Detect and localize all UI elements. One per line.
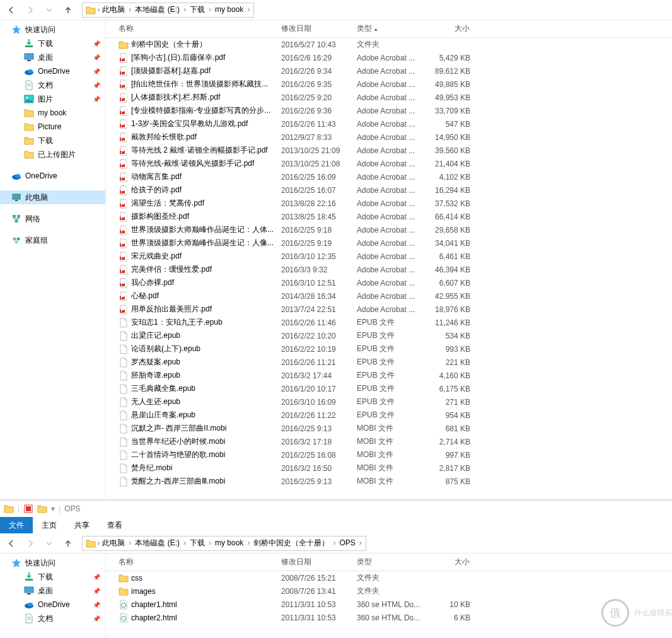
sidebar-item[interactable]: 此电脑: [0, 190, 105, 204]
sidebar-item[interactable]: OneDrive: [0, 169, 105, 183]
file-row[interactable]: 摄影构图圣经.pdf 2013/8/25 18:45 Adobe Acrobat…: [106, 210, 672, 223]
file-row[interactable]: 完美伴侣：缓慢性爱.pdf 2016/3/3 9:32 Adobe Acroba…: [106, 263, 672, 276]
breadcrumb-item[interactable]: OPS: [337, 538, 357, 547]
file-row[interactable]: 焚舟纪.mobi 2016/3/2 16:50 MOBI 文件 2,817 KB: [106, 461, 672, 475]
file-row[interactable]: 沉默之声- 西岸三部曲II.mobi 2016/2/25 9:13 MOBI 文…: [106, 422, 672, 435]
ribbon-tab[interactable]: 文件: [0, 517, 33, 533]
properties-icon[interactable]: [23, 504, 33, 514]
file-row[interactable]: 用单反拍出最美照片.pdf 2013/7/24 22:51 Adobe Acro…: [106, 303, 672, 316]
file-date: 2016/3/2 17:18: [276, 438, 352, 446]
file-row[interactable]: 世界顶级摄影大师巅峰作品诞生记：人像... 2016/2/25 9:19 Ado…: [106, 236, 672, 250]
nav-recent[interactable]: [40, 3, 58, 18]
sidebar-item[interactable]: 桌面 📌: [0, 584, 105, 598]
file-row[interactable]: 世界顶级摄影大师巅峰作品诞生记：人体... 2016/2/25 9:18 Ado…: [106, 223, 672, 236]
new-folder-icon[interactable]: [37, 504, 47, 514]
sidebar-item[interactable]: OneDrive 📌: [0, 64, 105, 78]
file-date: 2016/3/10 12:51: [276, 279, 352, 287]
file-row[interactable]: 三毛典藏全集.epub 2016/1/20 10:17 EPUB 文件 6,17…: [106, 382, 672, 395]
col-name[interactable]: 名称: [113, 20, 276, 37]
sidebar-item[interactable]: 家庭组: [0, 233, 105, 247]
file-row[interactable]: [人体摄影技术].栏.邦斯.pdf 2016/2/25 9:20 Adobe A…: [106, 91, 672, 104]
breadcrumb-item[interactable]: 剑桥中国史（全十册）: [251, 538, 332, 547]
nav-back[interactable]: [3, 536, 20, 551]
address-bar[interactable]: › 此电脑›本地磁盘 (E:)›下载›my book›: [82, 3, 254, 18]
col-type[interactable]: 类型: [352, 554, 427, 571]
address-bar[interactable]: › 此电脑›本地磁盘 (E:)›下载›my book›剑桥中国史（全十册）›OP…: [82, 536, 366, 551]
sidebar-item[interactable]: 下载: [0, 134, 105, 148]
sidebar-item[interactable]: 已上传图片: [0, 148, 105, 161]
col-date[interactable]: 修改日期: [276, 20, 352, 37]
sidebar-item[interactable]: my book: [0, 106, 105, 120]
file-row[interactable]: 觉醒之力-西岸三部曲Ⅲ.mobi 2016/2/25 9:13 MOBI 文件 …: [106, 475, 672, 488]
file-row[interactable]: 胚胎奇谭.epub 2016/3/2 17:44 EPUB 文件 4,160 K…: [106, 369, 672, 382]
chevron-right-icon[interactable]: ›: [207, 538, 212, 547]
file-row[interactable]: 当世界年纪还小的时候.mobi 2016/3/2 17:18 MOBI 文件 2…: [106, 435, 672, 448]
sidebar-item[interactable]: 下载 📌: [0, 37, 105, 50]
file-row[interactable]: 宋元戏曲史.pdf 2016/3/10 12:35 Adobe Acrobat …: [106, 250, 672, 263]
sidebar-item[interactable]: 网络: [0, 212, 105, 226]
file-row[interactable]: 悬崖山庄奇案.epub 2016/2/26 11:22 EPUB 文件 954 …: [106, 409, 672, 422]
file-row[interactable]: 出梁庄记.epub 2016/2/22 10:20 EPUB 文件 534 KB: [106, 329, 672, 342]
file-row[interactable]: [顶级摄影器材].赵嘉.pdf 2016/2/26 9:34 Adobe Acr…: [106, 64, 672, 78]
col-size[interactable]: 大小: [427, 554, 477, 571]
ribbon-tab[interactable]: 主页: [33, 517, 66, 533]
file-row[interactable]: 给孩子的诗.pdf 2016/2/25 16:07 Adobe Acrobat …: [106, 183, 672, 197]
breadcrumb-item[interactable]: 本地磁盘 (E:): [132, 538, 182, 547]
sidebar-item[interactable]: OneDrive 📌: [0, 598, 105, 612]
col-size[interactable]: 大小: [427, 20, 477, 37]
file-row[interactable]: 戴敦邦绘长恨歌.pdf 2012/9/27 8:33 Adobe Acrobat…: [106, 130, 672, 144]
sidebar-item[interactable]: 桌面 📌: [0, 50, 105, 64]
col-type[interactable]: 类型▴: [352, 20, 427, 37]
chevron-right-icon[interactable]: ›: [182, 5, 187, 14]
file-row[interactable]: 1-3岁-美国金宝贝早教幼儿游戏.pdf 2016/2/26 11:43 Ado…: [106, 117, 672, 130]
file-row[interactable]: 罗杰疑案.epub 2016/2/26 11:21 EPUB 文件 221 KB: [106, 356, 672, 369]
breadcrumb-item[interactable]: 本地磁盘 (E:): [132, 5, 182, 14]
breadcrumb-item[interactable]: my book: [212, 538, 246, 547]
sidebar-item[interactable]: 文档 📌: [0, 612, 105, 625]
file-row[interactable]: 无人生还.epub 2016/3/10 16:09 EPUB 文件 271 KB: [106, 395, 672, 409]
chevron-right-icon[interactable]: ›: [207, 5, 212, 14]
file-row[interactable]: 等待光线 2 戴维·诺顿全画幅摄影手记.pdf 2013/10/25 21:09…: [106, 144, 672, 157]
qat-drop[interactable]: ▾: [51, 504, 55, 513]
sidebar-item[interactable]: 图片 📌: [0, 92, 105, 106]
file-row[interactable]: chapter2.html 2011/3/31 10:53 360 se HTM…: [106, 611, 672, 624]
nav-up[interactable]: [59, 3, 77, 18]
ribbon-tab[interactable]: 共享: [66, 517, 98, 533]
file-row[interactable]: 论语别裁(上下).epub 2016/2/22 10:19 EPUB 文件 99…: [106, 342, 672, 356]
sidebar-item[interactable]: 下载 📌: [0, 570, 105, 584]
quick-access-header[interactable]: 快速访问: [0, 23, 105, 37]
file-row[interactable]: images 2008/7/26 13:41 文件夹: [106, 584, 672, 598]
nav-back[interactable]: [3, 3, 20, 18]
file-row[interactable]: [拍出绝世佳作：世界顶级摄影师私藏技... 2016/2/26 9:35 Ado…: [106, 78, 672, 91]
file-row[interactable]: css 2008/7/26 15:21 文件夹: [106, 571, 672, 584]
sidebar-item[interactable]: 文档 📌: [0, 78, 105, 92]
file-name: [人体摄影技术].栏.邦斯.pdf: [131, 92, 220, 103]
file-row[interactable]: 剑桥中国史（全十册） 2016/5/27 10:43 文件夹: [106, 38, 672, 51]
breadcrumb-item[interactable]: my book: [212, 5, 246, 14]
file-row[interactable]: chapter1.html 2011/3/31 10:53 360 se HTM…: [106, 598, 672, 611]
file-row[interactable]: 渴望生活：梵高传.pdf 2013/8/28 22:16 Adobe Acrob…: [106, 197, 672, 210]
chevron-right-icon[interactable]: ›: [358, 538, 363, 547]
breadcrumb-item[interactable]: 此电脑: [100, 538, 127, 547]
breadcrumb-item[interactable]: 下载: [187, 5, 207, 14]
breadcrumb-item[interactable]: 此电脑: [100, 5, 127, 14]
file-row[interactable]: 等待光线-戴维·诺顿风光摄影手记.pdf 2013/10/25 21:08 Ad…: [106, 157, 672, 170]
chevron-right-icon[interactable]: ›: [182, 538, 187, 547]
breadcrumb-item[interactable]: 下载: [187, 538, 207, 547]
chevron-right-icon[interactable]: ›: [246, 5, 251, 14]
quick-access-header[interactable]: 快速访问: [0, 556, 105, 570]
file-type: 文件夹: [352, 39, 427, 50]
nav-recent[interactable]: [40, 536, 58, 551]
file-row[interactable]: [专业模特摄影指南-专业摄影写真的分步... 2016/2/26 9:36 Ad…: [106, 104, 672, 117]
ribbon-tab[interactable]: 查看: [98, 517, 131, 533]
file-row[interactable]: [笨狗小古].(日).后藤保幸.pdf 2016/2/6 16:29 Adobe…: [106, 51, 672, 64]
file-row[interactable]: 心秘.pdf 2014/3/28 16:34 Adobe Acrobat ...…: [106, 289, 672, 303]
file-row[interactable]: 安珀志1：安珀九王子.epub 2016/2/26 11:46 EPUB 文件 …: [106, 316, 672, 329]
file-row[interactable]: 我心赤裸.pdf 2016/3/10 12:51 Adobe Acrobat .…: [106, 276, 672, 289]
nav-up[interactable]: [59, 536, 77, 551]
file-row[interactable]: 二十首情诗与绝望的歌.mobi 2016/2/25 16:08 MOBI 文件 …: [106, 448, 672, 461]
col-name[interactable]: 名称: [113, 554, 276, 571]
col-date[interactable]: 修改日期: [276, 554, 352, 571]
file-row[interactable]: 动物寓言集.pdf 2016/2/25 16:09 Adobe Acrobat …: [106, 170, 672, 183]
sidebar-item[interactable]: Picture: [0, 120, 105, 134]
